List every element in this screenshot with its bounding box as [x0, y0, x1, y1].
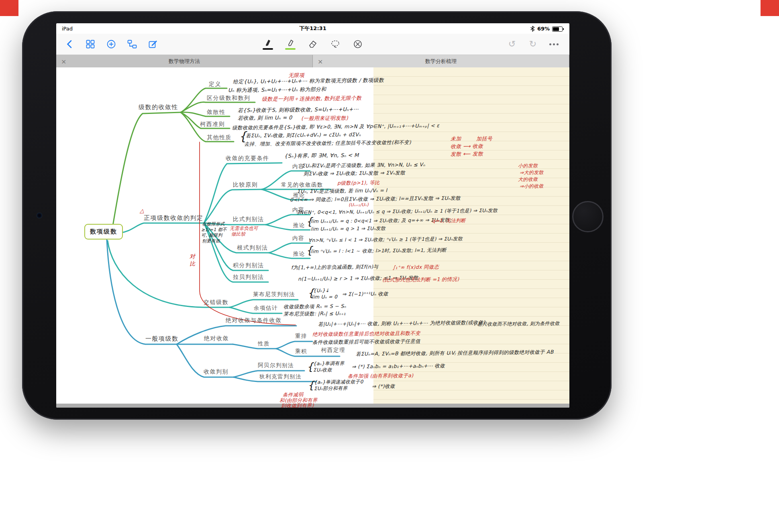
eraser-tool[interactable] — [307, 36, 319, 52]
mindmap-node-10[interactable]: 内容 — [292, 163, 304, 170]
mindmap-node-9[interactable]: 比较原则 — [233, 181, 258, 189]
tab-title: 数学分析梳理 — [425, 58, 457, 65]
mindmap-node-32[interactable]: 阿贝尔判别法 — [258, 362, 294, 369]
mindmap-node-17[interactable]: 内容 — [292, 235, 304, 242]
mindmap-node-6[interactable]: 其他性质 — [207, 134, 232, 141]
lasso-tool[interactable] — [329, 36, 341, 52]
mindmap-node-28[interactable]: 重排 — [295, 333, 307, 340]
ipad-device-frame: iPad 下午12:31 69% — [22, 11, 612, 420]
mindmap-node-18[interactable]: 推论 — [293, 250, 305, 258]
mindmap-node-2[interactable]: 定义 — [209, 81, 221, 88]
back-button[interactable] — [63, 36, 75, 52]
lasso-icon — [330, 40, 341, 49]
mindmap-node-24[interactable]: 一般项级数 — [145, 335, 179, 343]
highlighter-pen-tool[interactable] — [284, 36, 296, 52]
bluetooth-icon — [530, 26, 535, 32]
background-corner-mark — [0, 0, 18, 16]
redo-button[interactable]: ↻ — [527, 36, 539, 52]
mindmap-node-16[interactable]: 根式判别法 — [237, 244, 268, 252]
mindmap-node-20[interactable]: 拉贝判别法 — [233, 274, 264, 281]
shapes-button[interactable] — [126, 36, 138, 52]
ipad-screen: iPad 下午12:31 69% — [56, 23, 569, 408]
tab-close-icon[interactable]: × — [61, 55, 66, 68]
mindmap-node-27[interactable]: 性质 — [258, 340, 270, 347]
battery-percent: 69% — [537, 26, 550, 32]
mindmap-node-1[interactable]: 级数的收敛性 — [139, 104, 178, 111]
mindmap-node-13[interactable]: 比式判别法 — [233, 216, 264, 223]
marker-pen-icon — [263, 39, 273, 47]
marker-pen-tool[interactable] — [262, 36, 274, 52]
status-time: 下午12:31 — [56, 25, 569, 32]
remove-selection-icon — [353, 39, 363, 49]
redo-icon: ↻ — [529, 40, 536, 49]
tab-title: 数学物理方法 — [169, 58, 200, 65]
highlighter-pen-icon — [285, 39, 295, 47]
mindmap-node-12[interactable]: 推论 — [293, 192, 305, 199]
more-button[interactable] — [548, 36, 560, 52]
shapes-icon — [127, 39, 137, 49]
mindmap-node-8[interactable]: 收敛的充要条件 — [226, 155, 269, 162]
tab-close-icon[interactable]: × — [318, 55, 323, 68]
compose-button[interactable] — [147, 36, 159, 52]
mindmap-node-5[interactable]: 柯西准则 — [200, 121, 225, 128]
mindmap-node-26[interactable]: 绝对收敛 — [204, 335, 229, 342]
tab-document-1[interactable]: × 数学物理方法 — [56, 55, 313, 68]
selected-tool-indicator — [263, 48, 273, 50]
eraser-icon — [308, 40, 318, 49]
add-icon — [106, 39, 116, 49]
mindmap-node-30[interactable]: 柯西定理 — [321, 347, 345, 354]
remove-selection-tool[interactable] — [352, 36, 364, 52]
add-page-button[interactable] — [105, 36, 117, 52]
battery-icon — [552, 26, 564, 32]
mindmap-node-15[interactable]: 推论 — [293, 222, 305, 229]
highlighter-color-indicator — [285, 48, 296, 50]
background-corner-mark — [761, 0, 779, 16]
mindmap-node-7[interactable]: 正项级数收敛的判定 — [144, 214, 204, 222]
status-bar: iPad 下午12:31 69% — [56, 23, 569, 34]
mindmap-node-21[interactable]: 交错级数 — [204, 299, 228, 306]
mindmap-node-22[interactable]: 莱布尼茨判别法 — [253, 291, 295, 298]
mindmap-node-14[interactable]: 内容 — [292, 206, 304, 213]
tab-document-2[interactable]: × 数学分析梳理 — [313, 55, 569, 68]
mindmap-node-3[interactable]: 区分级数和数列 — [207, 95, 251, 102]
mindmap-node-4[interactable]: 敛散性 — [207, 109, 226, 116]
note-canvas[interactable]: 数项级数级数的收敛性定义区分级数和数列敛散性柯西准则其他性质正项级数收敛的判定收… — [56, 67, 569, 408]
more-icon — [549, 43, 559, 45]
pages-grid-button[interactable] — [84, 36, 96, 52]
mindmap-node-29[interactable]: 乘积 — [295, 348, 307, 355]
home-button[interactable] — [572, 201, 604, 232]
undo-button[interactable]: ↺ — [506, 36, 518, 52]
mindmap-node-11[interactable]: 常见的收敛函数 — [281, 181, 323, 189]
mindmap-edges — [56, 67, 569, 408]
undo-icon: ↺ — [508, 40, 516, 49]
front-camera — [37, 213, 42, 218]
mindmap-node-23[interactable]: 余项估计 — [254, 305, 278, 312]
back-icon — [65, 39, 74, 49]
mindmap-node-0[interactable]: 数项级数 — [84, 224, 123, 240]
mindmap-node-25[interactable]: 绝对收敛与条件收敛 — [226, 317, 282, 324]
app-toolbar: ↺ ↻ — [56, 34, 569, 55]
mindmap-node-33[interactable]: 狄利克雷判别法 — [259, 373, 302, 380]
document-tab-bar: × 数学物理方法 × 数学分析梳理 — [56, 55, 569, 68]
compose-icon — [148, 39, 158, 49]
pages-grid-icon — [86, 39, 95, 49]
mindmap-node-19[interactable]: 积分判别法 — [233, 262, 264, 269]
mindmap-node-31[interactable]: 收敛判别 — [204, 368, 228, 376]
